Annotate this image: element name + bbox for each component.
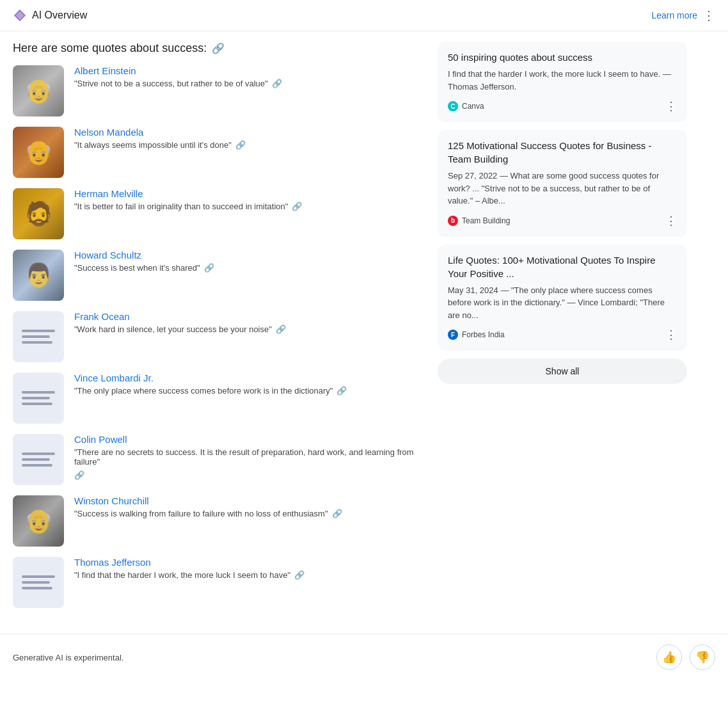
- quote-text: "Success is best when it's shared"🔗: [74, 263, 422, 273]
- source-site: C Canva: [448, 101, 484, 111]
- quote-body: "There are no secrets to success. It is …: [74, 447, 422, 467]
- source-title: Life Quotes: 100+ Motivational Quotes To…: [448, 253, 677, 280]
- sources-list: 50 inspiring quotes about success I find…: [438, 42, 687, 351]
- quote-item: Frank Ocean"Work hard in silence, let yo…: [13, 311, 422, 362]
- quote-content: Winston Churchill"Success is walking fro…: [74, 495, 422, 518]
- quote-text: "Work hard in silence, let your success …: [74, 324, 422, 334]
- source-more-icon[interactable]: ⋮: [665, 328, 677, 342]
- app-title: AI Overview: [32, 10, 87, 21]
- more-options-icon[interactable]: ⋮: [702, 8, 715, 23]
- main-heading: Here are some quotes about success:: [13, 42, 207, 55]
- quote-thumbnail-6: [13, 434, 64, 485]
- source-card[interactable]: 125 Motivational Success Quotes for Busi…: [438, 130, 687, 237]
- site-name: Canva: [462, 102, 484, 111]
- show-all-button[interactable]: Show all: [438, 358, 687, 384]
- quote-content: Howard Schultz"Success is best when it's…: [74, 250, 422, 273]
- quote-content: Frank Ocean"Work hard in silence, let yo…: [74, 311, 422, 334]
- quote-item: 👴Nelson Mandela"It always seems impossib…: [13, 127, 422, 178]
- quote-text: "Strive not to be a success, but rather …: [74, 79, 422, 88]
- source-meta: F Forbes India ⋮: [448, 328, 677, 342]
- quote-text: "It is better to fail in originality tha…: [74, 202, 422, 211]
- source-more-icon[interactable]: ⋮: [665, 99, 677, 113]
- thumbs-down-button[interactable]: 👎: [690, 644, 715, 670]
- thumbs-down-icon: 👎: [695, 650, 709, 664]
- quote-link-icon[interactable]: 🔗: [272, 79, 282, 88]
- quote-thumbnail-4: [13, 311, 64, 362]
- site-name: Team Building: [462, 216, 510, 225]
- quote-body: "It always seems impossible until it's d…: [74, 140, 232, 150]
- quote-author[interactable]: Howard Schultz: [74, 250, 422, 260]
- quote-thumbnail-7: 👴: [13, 495, 64, 547]
- quote-author[interactable]: Vince Lombardi Jr.: [74, 372, 422, 383]
- source-site: b Team Building: [448, 216, 510, 226]
- quote-body: "Work hard in silence, let your success …: [74, 324, 272, 334]
- quotes-list: 👴Albert Einstein"Strive not to be a succ…: [13, 65, 422, 608]
- ai-diamond-icon: [13, 8, 27, 22]
- source-more-icon[interactable]: ⋮: [665, 214, 677, 228]
- quote-item: 👴Albert Einstein"Strive not to be a succ…: [13, 65, 422, 116]
- source-snippet: I find that the harder I work, the more …: [448, 68, 677, 93]
- thumbs-up-icon: 👍: [662, 650, 676, 664]
- quote-author[interactable]: Herman Melville: [74, 188, 422, 199]
- heading-row: Here are some quotes about success: 🔗: [13, 42, 422, 55]
- quote-text: "The only place where success comes befo…: [74, 386, 422, 396]
- quote-link-icon[interactable]: 🔗: [276, 324, 286, 334]
- source-title: 125 Motivational Success Quotes for Busi…: [448, 139, 677, 166]
- quote-author[interactable]: Winston Churchill: [74, 495, 422, 506]
- main-content: Here are some quotes about success: 🔗 👴A…: [0, 31, 728, 628]
- quote-content: Herman Melville"It is better to fail in …: [74, 188, 422, 211]
- generative-note: Generative AI is experimental.: [13, 653, 123, 662]
- quote-body: "Success is best when it's shared": [74, 263, 200, 273]
- quote-content: Albert Einstein"Strive not to be a succe…: [74, 65, 422, 88]
- quote-thumbnail-2: 🧔: [13, 188, 64, 239]
- quote-author[interactable]: Thomas Jefferson: [74, 557, 422, 568]
- source-card[interactable]: Life Quotes: 100+ Motivational Quotes To…: [438, 244, 687, 351]
- quote-link-icon[interactable]: 🔗: [204, 263, 214, 273]
- quote-text: "I find that the harder I work, the more…: [74, 570, 422, 580]
- quote-content: Nelson Mandela"It always seems impossibl…: [74, 127, 422, 150]
- quote-item: 👴Winston Churchill"Success is walking fr…: [13, 495, 422, 547]
- quote-link-icon[interactable]: 🔗: [336, 386, 347, 396]
- quote-link-icon[interactable]: 🔗: [235, 140, 246, 150]
- quote-link-icon[interactable]: 🔗: [74, 470, 84, 480]
- quote-body: "Success is walking from failure to fail…: [74, 509, 328, 518]
- quote-item: Colin Powell"There are no secrets to suc…: [13, 434, 422, 485]
- source-snippet: May 31, 2024 — "The only place where suc…: [448, 284, 677, 322]
- quote-link-icon[interactable]: 🔗: [292, 202, 302, 211]
- top-bar: AI Overview Learn more ⋮: [0, 0, 728, 31]
- source-site: F Forbes India: [448, 330, 505, 340]
- top-bar-left: AI Overview: [13, 8, 87, 22]
- quote-author[interactable]: Albert Einstein: [74, 65, 422, 76]
- quote-item: 🧔Herman Melville"It is better to fail in…: [13, 188, 422, 239]
- quote-body: "Strive not to be a success, but rather …: [74, 79, 268, 88]
- source-snippet: Sep 27, 2022 — What are some good succes…: [448, 170, 677, 207]
- quote-thumbnail-0: 👴: [13, 65, 64, 116]
- quote-body: "It is better to fail in originality tha…: [74, 202, 288, 211]
- quote-author[interactable]: Nelson Mandela: [74, 127, 422, 138]
- quote-author[interactable]: Frank Ocean: [74, 311, 422, 322]
- learn-more-link[interactable]: Learn more: [651, 10, 697, 20]
- quote-thumbnail-3: 👨: [13, 250, 64, 301]
- top-bar-right: Learn more ⋮: [651, 8, 715, 23]
- quote-thumbnail-1: 👴: [13, 127, 64, 178]
- quote-body: "I find that the harder I work, the more…: [74, 570, 290, 580]
- site-name: Forbes India: [462, 330, 505, 339]
- quote-link-icon[interactable]: 🔗: [294, 570, 305, 580]
- heading-link-icon[interactable]: 🔗: [212, 42, 225, 54]
- right-panel: 50 inspiring quotes about success I find…: [438, 42, 687, 618]
- quote-item: 👨Howard Schultz"Success is best when it'…: [13, 250, 422, 301]
- quote-thumbnail-8: [13, 557, 64, 608]
- quote-item: Thomas Jefferson"I find that the harder …: [13, 557, 422, 608]
- quote-content: Colin Powell"There are no secrets to suc…: [74, 434, 422, 480]
- feedback-buttons: 👍 👎: [656, 644, 715, 670]
- quote-item: Vince Lombardi Jr."The only place where …: [13, 372, 422, 424]
- left-panel: Here are some quotes about success: 🔗 👴A…: [13, 42, 422, 618]
- source-title: 50 inspiring quotes about success: [448, 51, 677, 64]
- quote-text: "Success is walking from failure to fail…: [74, 509, 422, 518]
- quote-author[interactable]: Colin Powell: [74, 434, 422, 445]
- site-favicon: F: [448, 330, 458, 340]
- thumbs-up-button[interactable]: 👍: [656, 644, 682, 670]
- quote-link-icon[interactable]: 🔗: [332, 509, 342, 518]
- source-card[interactable]: 50 inspiring quotes about success I find…: [438, 42, 687, 122]
- source-meta: b Team Building ⋮: [448, 214, 677, 228]
